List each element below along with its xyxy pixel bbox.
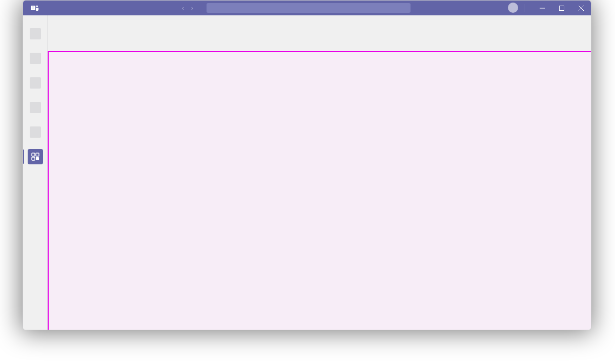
apps-icon [31,153,39,161]
sidebar-item-chat[interactable] [23,46,48,71]
svg-rect-4 [560,6,564,10]
nav-forward-button[interactable]: › [191,5,193,12]
window-minimize-button[interactable] [532,1,552,15]
titlebar-divider [524,4,524,12]
window-close-button[interactable] [571,1,591,15]
nav-back-button[interactable]: ‹ [182,5,184,12]
profile-avatar[interactable] [508,3,518,13]
svg-rect-7 [32,153,35,156]
chat-icon [30,53,41,64]
svg-text:T: T [32,6,34,10]
sidebar-item-calendar[interactable] [23,95,48,120]
window-maximize-button[interactable] [552,1,571,15]
teams-logo-icon: T [30,4,39,13]
app-window: T ‹ › [23,0,591,330]
search-input[interactable] [207,3,411,13]
app-rail [23,15,48,330]
content-header [48,15,591,51]
activity-icon [30,28,41,39]
sidebar-item-activity[interactable] [23,22,48,46]
svg-rect-9 [32,157,35,160]
svg-rect-8 [36,153,39,156]
titlebar: T ‹ › [23,1,591,15]
calls-icon [30,126,41,138]
svg-point-2 [36,5,38,7]
sidebar-item-calls[interactable] [23,120,48,144]
svg-rect-10 [36,157,39,160]
calendar-icon [30,102,41,113]
content-highlight-frame [48,51,591,330]
teams-icon [30,77,41,89]
sidebar-item-teams[interactable] [23,71,48,95]
content-area [48,15,591,330]
sidebar-item-apps[interactable] [23,144,48,169]
